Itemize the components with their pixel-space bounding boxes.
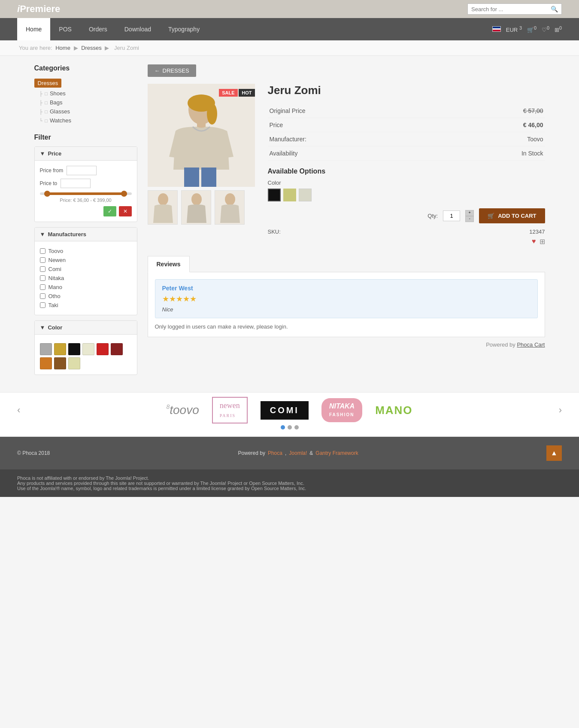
product-details: Jeru Zomi Original Price € 57,00 Price €… (268, 84, 545, 246)
add-to-cart-button[interactable]: 🛒 ADD TO CART (479, 208, 545, 223)
nav-download[interactable]: Download (116, 18, 160, 40)
wishlist-icon[interactable]: ♡0 (542, 25, 549, 33)
nav-pos[interactable]: POS (50, 18, 80, 40)
price-to-input[interactable] (61, 179, 91, 188)
qty-increment-button[interactable]: + (465, 210, 474, 216)
breadcrumb-category[interactable]: Dresses (81, 45, 102, 51)
brands-section: ‹ 8toovo newenPARIS COMI NITAKAFASHION M… (0, 392, 579, 437)
svg-rect-4 (197, 122, 206, 128)
main-container: Categories Dresses ├ Shoes ├ Bags ├ Glas… (17, 56, 562, 392)
thumbnail-2[interactable] (181, 190, 211, 225)
cat-link-shoes[interactable]: Shoes (45, 90, 66, 97)
price-from-label: Price from (40, 168, 64, 174)
footer-copyright: © Phoca 2018 (17, 450, 50, 456)
thumbnail-3[interactable] (215, 190, 245, 225)
search-input[interactable] (471, 6, 551, 12)
color-opt-light[interactable] (299, 189, 312, 201)
qty-decrement-button[interactable]: - (465, 216, 474, 222)
swatch-darkred[interactable] (111, 343, 123, 355)
cat-link-bags[interactable]: Bags (45, 99, 62, 106)
search-icon[interactable]: 🔍 (551, 6, 558, 12)
price-from-input[interactable] (67, 166, 97, 175)
copy-icon[interactable]: ⊞ (540, 238, 545, 246)
swatch-orange[interactable] (40, 357, 52, 369)
manufacturers-filter-header[interactable]: ▼ Manufacturers (35, 228, 137, 241)
carousel-next-button[interactable]: › (559, 405, 562, 416)
review-text: Nice (162, 306, 530, 313)
categories-title: Categories (34, 64, 137, 72)
availability-row: Availability In Stock (268, 146, 545, 161)
swatch-black[interactable] (68, 343, 80, 355)
wishlist-icon[interactable]: ♥ (532, 238, 536, 246)
phoca-cart-link[interactable]: Phoca Cart (517, 341, 545, 348)
dot-3[interactable] (294, 425, 299, 429)
price-thumb-right[interactable] (121, 191, 127, 197)
cat-item-shoes[interactable]: ├ Shoes (34, 89, 137, 98)
mfr-item-newen: Newen (40, 256, 132, 265)
add-to-cart-label: ADD TO CART (498, 213, 536, 219)
manufacturers-arrow-icon: ▼ (40, 231, 45, 238)
compare-icon[interactable]: ⊞0 (555, 25, 562, 33)
mfr-item-nitaka: Nitaka (40, 274, 132, 283)
reviews-tab[interactable]: Reviews (148, 256, 190, 272)
mfr-checkbox-mano[interactable] (40, 284, 45, 290)
brand-nitaka[interactable]: NITAKAFASHION (321, 399, 362, 421)
cat-active-label: Dresses (34, 79, 62, 88)
price-thumb-left[interactable] (44, 191, 50, 197)
qty-input[interactable]: 1 (443, 210, 460, 221)
price-apply-button[interactable]: ✓ (103, 206, 116, 216)
brand-toovo[interactable]: 8toovo (166, 399, 199, 421)
color-filter: ▼ Color (34, 320, 137, 375)
nav-orders[interactable]: Orders (80, 18, 116, 40)
brand-mano[interactable]: MANO (375, 399, 412, 421)
color-filter-header[interactable]: ▼ Color (35, 321, 137, 335)
reviews-tab-content: Peter West ★★★★★ Nice Only logged in use… (148, 272, 545, 337)
original-price-row: Original Price € 57,00 (268, 104, 545, 118)
mfr-checkbox-toovo[interactable] (40, 248, 45, 254)
swatch-gold[interactable] (54, 343, 66, 355)
cat-item-watches[interactable]: └ Watches (34, 116, 137, 125)
scroll-top-button[interactable]: ▲ (546, 445, 562, 461)
mfr-checkbox-newen[interactable] (40, 257, 45, 263)
main-product-image[interactable]: SALE HOT (148, 84, 255, 187)
cat-link-watches[interactable]: Watches (45, 117, 71, 124)
mfr-checkbox-nitaka[interactable] (40, 275, 45, 281)
mfr-checkbox-taki[interactable] (40, 302, 45, 308)
swatch-red[interactable] (97, 343, 109, 355)
dot-1[interactable] (281, 425, 285, 429)
footer-joomla-link[interactable]: Joomla! (289, 450, 307, 456)
dot-2[interactable] (288, 425, 292, 429)
price-clear-button[interactable]: ✕ (119, 206, 132, 216)
reviews-tab-header: Reviews (148, 256, 545, 272)
thumbnail-1[interactable] (148, 190, 178, 225)
color-opt-olive[interactable] (283, 189, 296, 201)
nav-typography[interactable]: Typography (160, 18, 208, 40)
footer-gantry-link[interactable]: Gantry Framework (315, 450, 358, 456)
svg-point-10 (191, 193, 202, 205)
cart-icon[interactable]: 🛒0 (527, 25, 537, 33)
cat-item-glasses[interactable]: ├ Glasses (34, 107, 137, 116)
swatch-brown[interactable] (54, 357, 66, 369)
swatch-cream[interactable] (68, 357, 80, 369)
mfr-checkbox-otho[interactable] (40, 293, 45, 299)
price-range-slider[interactable] (40, 192, 132, 195)
breadcrumb-home[interactable]: Home (55, 45, 70, 51)
manufacturers-filter: ▼ Manufacturers Toovo Newen (34, 227, 137, 315)
brand-comi[interactable]: COMI (261, 399, 309, 421)
price-filter-header[interactable]: ▼ Price (35, 147, 137, 161)
cat-item-bags[interactable]: ├ Bags (34, 98, 137, 107)
cat-item-dresses[interactable]: Dresses (34, 77, 137, 89)
carousel-prev-button[interactable]: ‹ (17, 405, 20, 416)
brand-newen[interactable]: newenPARIS (212, 399, 248, 421)
nav-home[interactable]: Home (17, 18, 50, 40)
categories-section: Categories Dresses ├ Shoes ├ Bags ├ Glas… (34, 64, 137, 125)
swatch-light[interactable] (82, 343, 94, 355)
flag-icon (492, 26, 501, 32)
cat-link-glasses[interactable]: Glasses (45, 108, 70, 115)
color-opt-black[interactable] (268, 189, 281, 201)
mfr-checkbox-comi[interactable] (40, 266, 45, 272)
mfr-item-mano: Mano (40, 283, 132, 292)
swatch-gray[interactable] (40, 343, 52, 355)
back-to-dresses-button[interactable]: DRESSES (148, 64, 196, 77)
footer-phoca-link[interactable]: Phoca (268, 450, 282, 456)
